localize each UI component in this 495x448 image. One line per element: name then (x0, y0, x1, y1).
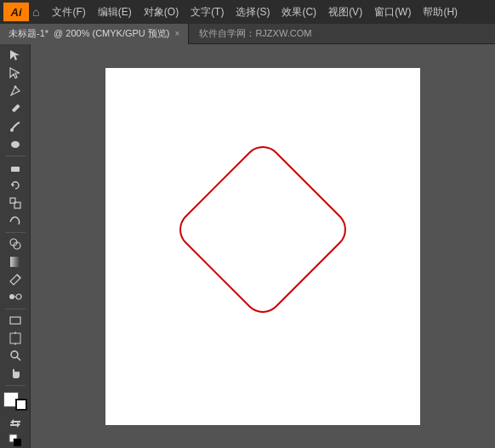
svg-rect-25 (173, 139, 353, 319)
stroke-color-box[interactable] (15, 399, 27, 411)
tool-separator-2 (5, 232, 26, 233)
tab-info-text: 软件自学网：RJZXW.COM (189, 27, 321, 40)
menu-file[interactable]: 文件(F) (46, 3, 91, 21)
artboard (105, 68, 420, 425)
pen-tool[interactable] (3, 83, 27, 99)
svg-point-4 (10, 128, 14, 132)
menu-edit[interactable]: 编辑(E) (92, 3, 138, 21)
svg-rect-6 (11, 167, 20, 172)
eyedropper-tool[interactable] (3, 271, 27, 287)
document-tab[interactable]: 未标题-1* @ 200% (CMYK/GPU 预览) × (0, 24, 189, 44)
rotate-tool[interactable] (3, 177, 27, 193)
svg-point-5 (11, 141, 20, 148)
brush-tool[interactable] (3, 118, 27, 134)
tab-bar: 未标题-1* @ 200% (CMYK/GPU 预览) × 软件自学网：RJZX… (0, 24, 495, 44)
canvas-area[interactable] (31, 44, 495, 448)
scale-tool[interactable] (3, 195, 27, 211)
blob-brush-tool[interactable] (3, 136, 27, 152)
selection-tool[interactable] (3, 48, 27, 64)
app-logo: Ai (3, 3, 29, 21)
swap-colors-icon[interactable] (3, 414, 27, 430)
blend-tool[interactable] (3, 289, 27, 305)
default-colors-icon[interactable] (3, 432, 27, 448)
menu-window[interactable]: 窗口(W) (368, 3, 417, 21)
svg-line-22 (17, 357, 20, 360)
eraser-tool[interactable] (3, 160, 27, 176)
title-bar: Ai ⌂ 文件(F) 编辑(E) 对象(O) 文字(T) 选择(S) 效果(C)… (0, 0, 495, 24)
svg-point-21 (11, 351, 18, 358)
svg-rect-3 (11, 104, 20, 112)
artboard-tool[interactable] (3, 330, 27, 346)
main-area (0, 44, 495, 448)
menu-help[interactable]: 帮助(H) (417, 3, 464, 21)
svg-marker-0 (10, 50, 20, 60)
warp-tool[interactable] (3, 213, 27, 229)
menu-view[interactable]: 视图(V) (322, 3, 368, 21)
menu-select[interactable]: 选择(S) (230, 3, 276, 21)
menu-bar: 文件(F) 编辑(E) 对象(O) 文字(T) 选择(S) 效果(C) 视图(V… (46, 3, 492, 21)
pencil-tool[interactable] (3, 100, 27, 116)
toolbar (0, 44, 31, 448)
svg-line-13 (17, 275, 20, 278)
svg-rect-17 (10, 317, 20, 324)
home-icon[interactable]: ⌂ (32, 5, 39, 19)
menu-object[interactable]: 对象(O) (138, 3, 185, 21)
svg-rect-18 (10, 333, 20, 343)
svg-point-15 (16, 294, 21, 299)
svg-marker-1 (10, 68, 20, 78)
menu-effect[interactable]: 效果(C) (276, 3, 322, 21)
diamond-shape (169, 136, 356, 349)
tool-separator-3 (5, 309, 26, 309)
svg-point-2 (14, 85, 16, 88)
svg-rect-12 (10, 257, 20, 267)
direct-selection-tool[interactable] (3, 65, 27, 82)
rectangle-tool[interactable] (3, 313, 27, 329)
tool-separator-4 (5, 385, 26, 386)
tab-close-button[interactable]: × (175, 29, 180, 38)
tab-zoom: @ 200% (CMYK/GPU 预览) (54, 27, 169, 40)
color-selector[interactable] (3, 392, 27, 411)
menu-text[interactable]: 文字(T) (185, 3, 230, 21)
svg-rect-24 (14, 439, 21, 446)
hand-tool[interactable] (3, 366, 27, 382)
gradient-tool[interactable] (3, 253, 27, 269)
shape-builder-tool[interactable] (3, 236, 27, 252)
tool-separator-1 (5, 156, 26, 156)
tab-filename: 未标题-1* (9, 27, 48, 40)
zoom-tool[interactable] (3, 348, 27, 364)
svg-point-14 (9, 294, 14, 299)
